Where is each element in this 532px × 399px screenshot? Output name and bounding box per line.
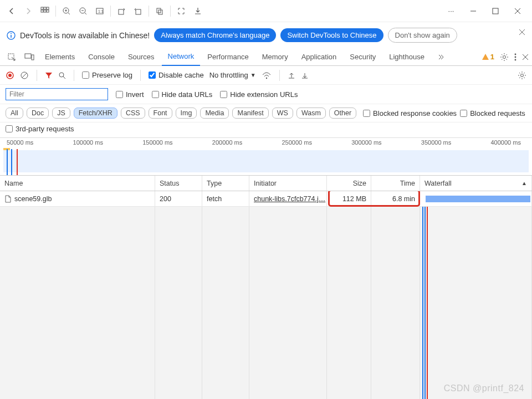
col-waterfall[interactable]: Waterfall▲ <box>420 176 532 191</box>
more-tabs-icon[interactable] <box>432 49 448 65</box>
svg-rect-5 <box>47 10 49 12</box>
download-har-icon[interactable] <box>301 71 309 79</box>
chip-all[interactable]: All <box>6 108 23 119</box>
forward-button[interactable] <box>20 3 37 19</box>
devtools-close-icon[interactable] <box>522 54 529 60</box>
tab-memory[interactable]: Memory <box>256 48 294 66</box>
type-chips: All Doc JS Fetch/XHR CSS Font Img Media … <box>0 104 532 122</box>
svg-rect-30 <box>32 55 34 60</box>
svg-point-31 <box>503 55 506 58</box>
tab-elements[interactable]: Elements <box>39 48 81 66</box>
svg-line-11 <box>85 13 86 14</box>
hide-data-urls-checkbox[interactable]: Hide data URLs <box>152 90 213 99</box>
chip-font[interactable]: Font <box>149 108 172 119</box>
chip-img[interactable]: Img <box>176 108 197 119</box>
svg-line-40 <box>22 73 27 78</box>
svg-text:1:1: 1:1 <box>98 9 104 13</box>
cell-initiator[interactable]: chunk-libs.7cfcb774.j… <box>254 195 325 203</box>
settings-icon[interactable] <box>500 53 509 62</box>
tab-lighthouse[interactable]: Lighthouse <box>383 48 431 66</box>
language-infobar: DevTools is now available in Chinese! Al… <box>0 22 532 48</box>
blocked-cookies-checkbox[interactable]: Blocked response cookies <box>363 109 457 117</box>
download-icon[interactable] <box>190 3 206 19</box>
col-time[interactable]: Time <box>371 176 420 191</box>
rotate-left-icon[interactable] <box>113 3 130 19</box>
match-language-button[interactable]: Always match Chrome's language <box>154 28 276 42</box>
rotate-right-icon[interactable] <box>130 3 146 19</box>
inspect-icon[interactable] <box>3 49 20 65</box>
maximize-button[interactable] <box>484 3 507 19</box>
grid-icon[interactable] <box>37 3 53 19</box>
cell-type: fetch <box>207 195 222 203</box>
tab-sources[interactable]: Sources <box>122 48 161 66</box>
zoom-fit-icon[interactable]: 1:1 <box>91 3 108 19</box>
svg-point-41 <box>59 73 64 77</box>
col-type[interactable]: Type <box>202 176 249 191</box>
svg-rect-29 <box>25 54 31 58</box>
infobar-close-icon[interactable] <box>519 29 525 35</box>
svg-line-42 <box>63 76 65 79</box>
clear-button[interactable] <box>20 71 29 80</box>
hide-extension-urls-checkbox[interactable]: Hide extension URLs <box>220 90 298 99</box>
more-icon[interactable]: ··· <box>440 3 462 19</box>
chip-doc[interactable]: Doc <box>27 108 49 119</box>
cell-name: scene59.glb <box>14 195 52 203</box>
chip-other[interactable]: Other <box>329 108 356 119</box>
third-party-row: 3rd-party requests <box>0 122 532 138</box>
cell-time: 6.8 min <box>392 195 415 203</box>
copy-icon[interactable] <box>151 3 168 19</box>
tab-network[interactable]: Network <box>162 48 201 66</box>
col-size[interactable]: Size <box>327 176 371 191</box>
invert-checkbox[interactable]: Invert <box>116 90 144 99</box>
filter-input[interactable] <box>6 88 108 100</box>
switch-language-button[interactable]: Switch DevTools to Chinese <box>280 28 383 42</box>
fullscreen-icon[interactable] <box>173 3 190 19</box>
third-party-checkbox[interactable]: 3rd-party requests <box>6 125 526 133</box>
tab-security[interactable]: Security <box>344 48 382 66</box>
throttling-select[interactable]: No throttling▼ <box>209 71 256 79</box>
disable-cache-checkbox[interactable]: Disable cache <box>149 71 204 79</box>
table-row[interactable]: scene59.glb 200 fetch chunk-libs.7cfcb77… <box>0 191 532 207</box>
warnings-badge[interactable]: 1 <box>482 53 494 61</box>
filter-icon[interactable] <box>45 71 53 79</box>
overview-timeline[interactable]: 50000 ms 100000 ms 150000 ms 200000 ms 2… <box>0 138 532 176</box>
preserve-log-checkbox[interactable]: Preserve log <box>82 71 132 79</box>
svg-rect-2 <box>47 7 49 9</box>
upload-icon[interactable] <box>288 71 295 79</box>
device-icon[interactable] <box>21 49 38 65</box>
svg-point-38 <box>8 74 12 77</box>
waterfall-bar <box>426 196 530 202</box>
col-name[interactable]: Name <box>0 176 155 191</box>
svg-point-32 <box>515 53 516 55</box>
tab-performance[interactable]: Performance <box>201 48 254 66</box>
devtools-tabs: Elements Console Sources Network Perform… <box>0 48 532 66</box>
dismiss-button[interactable]: Don't show again <box>388 28 457 43</box>
chip-manifest[interactable]: Manifest <box>232 108 268 119</box>
chip-ws[interactable]: WS <box>272 108 293 119</box>
kebab-icon[interactable] <box>514 53 516 62</box>
search-icon[interactable] <box>58 71 66 79</box>
svg-line-7 <box>68 13 70 14</box>
tab-application[interactable]: Application <box>295 48 343 66</box>
back-button[interactable] <box>3 3 20 19</box>
wifi-icon[interactable] <box>262 71 272 79</box>
col-status[interactable]: Status <box>155 176 202 191</box>
blocked-requests-checkbox[interactable]: Blocked requests <box>460 109 525 117</box>
window-toolbar: 1:1 ··· <box>0 0 532 22</box>
minimize-button[interactable] <box>462 3 484 19</box>
network-settings-icon[interactable] <box>518 71 526 80</box>
svg-point-34 <box>515 59 516 60</box>
svg-point-43 <box>265 77 267 78</box>
zoom-out-icon[interactable] <box>75 3 91 19</box>
chip-fetch-xhr[interactable]: Fetch/XHR <box>74 108 117 119</box>
zoom-in-icon[interactable] <box>58 3 75 19</box>
svg-point-25 <box>11 33 12 34</box>
chip-css[interactable]: CSS <box>121 108 145 119</box>
record-button[interactable] <box>6 71 14 80</box>
chip-js[interactable]: JS <box>52 108 70 119</box>
close-button[interactable] <box>507 3 529 19</box>
tab-console[interactable]: Console <box>82 48 121 66</box>
chip-media[interactable]: Media <box>200 108 229 119</box>
chip-wasm[interactable]: Wasm <box>296 108 326 119</box>
col-initiator[interactable]: Initiator <box>249 176 327 191</box>
